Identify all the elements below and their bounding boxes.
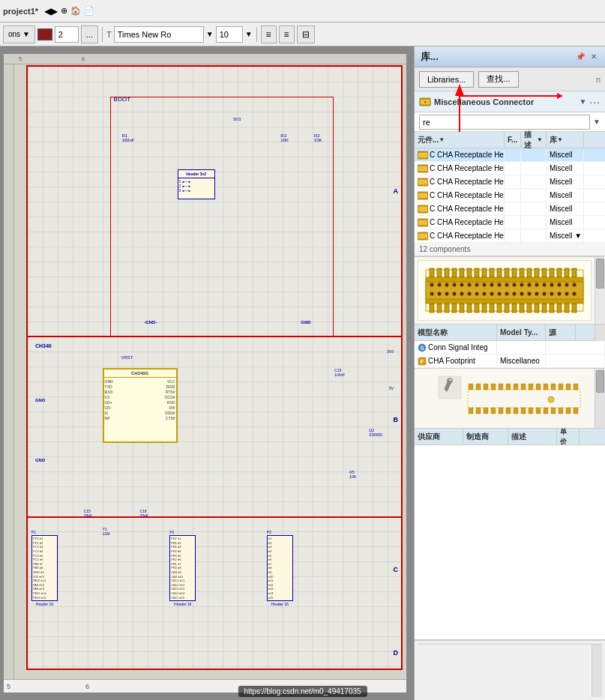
col-lib[interactable]: 库	[547, 132, 584, 148]
component-preview	[415, 257, 605, 325]
col-model-type[interactable]: Model Ty...	[497, 325, 546, 340]
table-row[interactable]: C CHA Receptacle He Miscell	[415, 175, 605, 189]
align-btn2[interactable]: ≡	[279, 25, 295, 43]
svg-rect-111	[476, 384, 481, 390]
comp-cell-name: C CHA Receptacle He	[415, 175, 505, 188]
supplier-table: 供应商 制造商 描述 单价	[415, 429, 605, 640]
label-c: C	[394, 566, 399, 573]
svg-rect-134	[536, 408, 541, 414]
panel-toolbar: Libraries... 查找... n	[415, 67, 605, 91]
table-row[interactable]: C CHA Receptacle He Miscell	[415, 162, 605, 175]
svg-point-79	[543, 283, 547, 287]
components-table-body[interactable]: C CHA Receptacle He Miscell C CHA Recept…	[415, 148, 605, 243]
table-row[interactable]: C CHA Receptacle He Miscell	[415, 202, 605, 216]
layer-dropdown[interactable]: 2	[55, 26, 79, 43]
svg-rect-50	[490, 304, 494, 313]
boot-label: BOOT	[114, 96, 131, 103]
url-bar: https://blog.csdn.net/m0_49417035	[238, 686, 367, 697]
library-dropdown-arrow[interactable]: ▼	[579, 97, 586, 106]
label-b: B	[394, 416, 399, 423]
svg-rect-37	[542, 268, 547, 277]
search-dropdown-arrow[interactable]: ▼	[593, 118, 601, 126]
svg-rect-114	[499, 384, 503, 390]
svg-point-86	[445, 292, 449, 296]
table-row[interactable]: C CHA Receptacle He Miscell	[415, 148, 605, 162]
font-size-dropdown[interactable]: 10	[216, 26, 243, 43]
col-price[interactable]: 单价	[557, 429, 580, 444]
svg-rect-139	[574, 408, 578, 414]
library-more-icon[interactable]: ···	[589, 96, 601, 108]
table-row[interactable]: C CHA Receptacle He Miscell	[415, 189, 605, 202]
svg-rect-133	[529, 408, 533, 414]
preview-content	[418, 260, 592, 321]
col-manufacturer[interactable]: 制造商	[463, 429, 508, 444]
col-description[interactable]: 描述	[508, 429, 557, 444]
svg-rect-141	[468, 390, 580, 408]
schematic-drawing[interactable]: A B C D BOOT Header 3x2 1 ●—● 2 ●—● 3 ●—…	[26, 65, 403, 670]
col-supplier[interactable]: 供应商	[415, 429, 463, 444]
col-model-name[interactable]: 模型名称	[415, 325, 497, 340]
desc-scrollbar[interactable]	[592, 645, 602, 697]
toolbar-menu-ons[interactable]: ons ▼	[3, 25, 35, 43]
svg-point-71	[483, 283, 487, 287]
schematic-area[interactable]: 5 6 A B C D BOOT	[0, 46, 414, 700]
svg-point-89	[468, 292, 472, 296]
svg-point-77	[528, 283, 532, 287]
model-name-cell: S Conn Signal Integ	[415, 341, 497, 354]
col-desc[interactable]: 描述	[521, 132, 547, 148]
align-btn1[interactable]: ≡	[261, 25, 277, 43]
cap-c16: C1633pF	[139, 509, 148, 518]
model-scrollbar[interactable]	[595, 325, 605, 341]
svg-rect-119	[536, 384, 541, 390]
components-table: 元件... F... 描述 库 C CHA Receptacle He M	[415, 132, 605, 257]
bottom-text-area	[415, 640, 605, 700]
panel-pin-icon[interactable]: 📌	[575, 52, 586, 62]
svg-rect-127	[484, 408, 488, 414]
header-component: Header 3x2 1 ●—● 2 ●—● 3 ●—●	[178, 169, 215, 199]
small-preview-scrollbar[interactable]	[595, 369, 605, 428]
model-row[interactable]: S Conn Signal Integ	[415, 341, 605, 354]
svg-rect-132	[521, 408, 526, 414]
svg-point-82	[565, 283, 569, 287]
font-dropdown[interactable]: Times New Ro	[114, 26, 204, 43]
panel-expand-icon[interactable]: n	[596, 75, 601, 84]
libraries-button[interactable]: Libraries...	[419, 71, 474, 88]
panel-close-icon[interactable]: ✕	[589, 52, 599, 62]
svg-point-2	[424, 100, 427, 103]
ruler-horizontal: 5 6	[4, 54, 406, 64]
align-btn3[interactable]: ⊟	[297, 25, 315, 43]
svg-point-72	[490, 283, 494, 287]
svg-point-102	[565, 292, 569, 296]
svg-rect-40	[565, 268, 569, 277]
svg-rect-120	[544, 384, 548, 390]
svg-point-101	[558, 292, 562, 296]
col-component[interactable]: 元件...	[415, 132, 505, 148]
svg-rect-44	[445, 304, 449, 313]
schematic-canvas[interactable]: 5 6 A B C D BOOT	[4, 54, 406, 693]
svg-point-100	[550, 292, 554, 296]
small-preview-thumb[interactable]	[596, 370, 604, 393]
model-row[interactable]: F CHA Footprint Miscellaneo	[415, 354, 605, 368]
library-selector[interactable]: Miscellaneous Connector ▼ ···	[415, 91, 605, 112]
status-section: 6	[85, 683, 89, 690]
col-f[interactable]: F...	[505, 132, 521, 148]
dots-btn[interactable]: ...	[81, 25, 98, 43]
p2-connector: P2 PB7 ●1PB6 ●2PB5 ●3PB4 ●4 PB3 ●5PB2 ●6…	[169, 530, 196, 606]
search-button[interactable]: 查找...	[478, 71, 518, 88]
svg-rect-136	[551, 408, 556, 414]
panel-header: 库... 📌 ✕	[415, 46, 605, 67]
svg-rect-10	[418, 166, 427, 171]
svg-point-70	[475, 283, 479, 287]
col-model-source[interactable]: 源	[546, 325, 576, 340]
table-row[interactable]: C CHA Receptacle He Miscell ▼	[415, 229, 605, 243]
svg-rect-57	[542, 304, 547, 313]
preview-scroll-thumb[interactable]	[596, 259, 604, 289]
comp-cell-name: C CHA Receptacle He	[415, 162, 505, 175]
svg-rect-35	[527, 268, 532, 277]
search-input[interactable]	[419, 115, 590, 130]
svg-point-68	[460, 283, 464, 287]
svg-rect-22	[430, 268, 434, 277]
table-row[interactable]: C CHA Receptacle He Miscell	[415, 216, 605, 229]
preview-scrollbar[interactable]	[595, 257, 605, 324]
svg-rect-34	[520, 268, 524, 277]
